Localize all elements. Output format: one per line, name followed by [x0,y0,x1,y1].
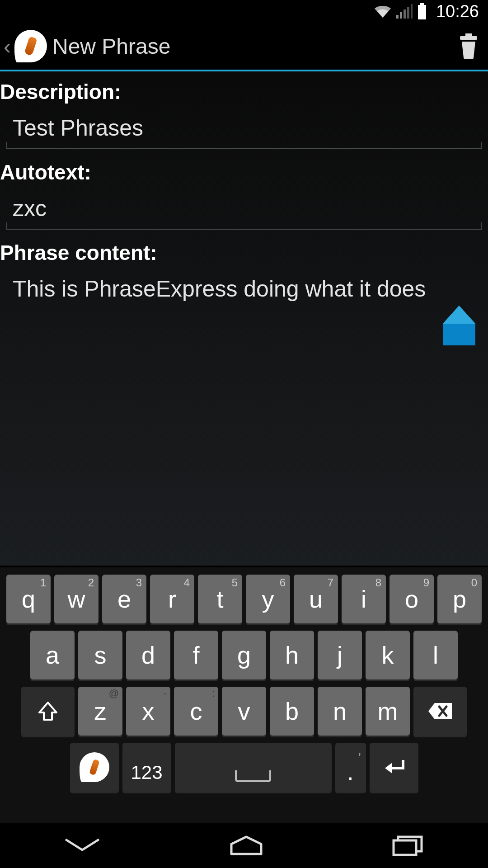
key-sup: 5 [232,576,238,589]
key-main: z [94,697,107,725]
key-main: k [382,641,394,669]
key-enter[interactable] [370,743,418,792]
key-main: u [309,585,323,613]
enter-icon [381,757,407,777]
description-input[interactable]: Test Phrases [6,113,482,149]
key-sup: 9 [423,576,429,589]
phrase-content-label: Phrase content: [0,238,488,268]
nav-home-button[interactable] [226,835,267,856]
key-k[interactable]: k [366,631,410,679]
key-j[interactable]: j [318,631,362,679]
key-l[interactable]: l [413,631,458,679]
delete-button[interactable] [457,33,480,60]
key-v[interactable]: v [222,687,266,736]
key-main: b [285,697,299,725]
svg-rect-0 [396,15,399,19]
key-main: s [94,641,107,669]
key-main: i [361,585,366,613]
key-main: w [68,585,85,613]
key-i[interactable]: i8 [342,575,386,623]
key-phraseexpress[interactable] [70,743,119,792]
key-sup: : [212,688,215,699]
phraseexpress-icon [80,752,109,782]
key-o[interactable]: o9 [389,575,434,623]
app-logo-icon [14,30,47,62]
key-b[interactable]: b [270,687,314,736]
svg-rect-3 [407,7,409,19]
shift-icon [38,701,58,722]
key-main: a [46,641,59,669]
chevron-left-icon: ‹ [4,34,11,59]
key-main: m [378,697,398,725]
key-main: p [453,585,466,613]
key-sup: 6 [280,576,286,589]
key-sup: 8 [375,576,381,589]
key-main: q [22,585,35,613]
key-sup: 2 [88,576,94,589]
key-s[interactable]: s [78,631,122,679]
nav-back-button[interactable] [62,836,103,854]
key-e[interactable]: e3 [102,575,146,623]
key-sup: 3 [136,576,142,589]
action-bar: ‹ New Phrase [0,23,488,71]
key-g[interactable]: g [222,631,266,679]
key-main: e [117,585,131,613]
key-u[interactable]: u7 [294,575,338,623]
status-bar: 10:26 [0,0,488,23]
key-sup: 4 [184,576,190,589]
key-main: g [237,641,251,669]
text-cursor-handle-icon[interactable] [443,306,475,354]
key-w[interactable]: w2 [54,575,99,623]
key-x[interactable]: x- [126,687,170,736]
key-q[interactable]: q1 [6,575,51,623]
autotext-input[interactable]: zxc [6,193,482,230]
form-content: Description: Test Phrases Autotext: zxc … [0,71,488,566]
key-sup: 7 [328,576,333,589]
key-m[interactable]: m [366,687,410,736]
svg-rect-1 [400,12,402,19]
backspace-icon [427,701,454,721]
phrase-content-text: This is PhraseExpress doing what it does [13,276,426,302]
home-icon [226,835,267,856]
nav-recents-button[interactable] [390,834,426,857]
key-d[interactable]: d [126,631,170,679]
key-n[interactable]: n [318,687,362,736]
key-t[interactable]: t5 [198,575,242,623]
key-sup: @ [109,688,119,699]
key-backspace[interactable] [413,687,467,736]
key-r[interactable]: r4 [150,575,194,623]
key-main: r [168,585,176,613]
key-numbers[interactable]: 123 [122,743,171,792]
key-z[interactable]: z@ [78,687,122,736]
key-c[interactable]: c: [174,687,218,736]
key-space[interactable] [175,743,332,792]
key-main: y [262,585,274,613]
svg-rect-9 [394,840,416,855]
wifi-icon [374,4,392,19]
key-a[interactable]: a [30,631,75,679]
key-sup: - [164,688,167,699]
trash-icon [457,33,480,60]
key-shift[interactable] [21,687,75,736]
key-main: o [405,585,418,613]
key-period-sup: , [358,745,361,757]
key-y[interactable]: y6 [246,575,290,623]
svg-rect-2 [404,9,406,19]
back-button[interactable]: ‹ [4,30,52,62]
recents-icon [390,834,426,857]
key-main: n [333,697,347,725]
key-period[interactable]: , . [335,743,366,792]
svg-rect-8 [460,36,477,40]
svg-rect-7 [465,33,472,36]
key-f[interactable]: f [174,631,218,679]
key-h[interactable]: h [270,631,314,679]
soft-keyboard: q1w2e3r4t5y6u7i8o9p0 asdfghjkl z@x-c:vbn… [0,567,488,823]
chevron-down-icon [62,836,103,854]
key-main: c [190,697,202,725]
key-period-main: . [347,759,354,785]
key-main: t [216,585,223,613]
key-p[interactable]: p0 [437,575,482,623]
key-main: d [141,641,155,669]
key-main: l [433,641,438,669]
phrase-content-input[interactable]: This is PhraseExpress doing what it does [6,274,482,382]
